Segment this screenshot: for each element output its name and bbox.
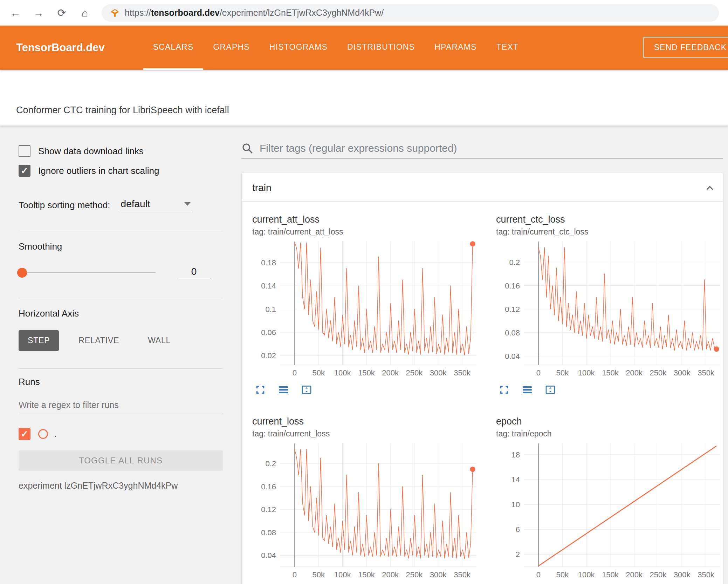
axis-relative-button[interactable]: RELATIVE xyxy=(69,330,128,351)
chart-toolbar xyxy=(252,383,483,396)
svg-text:18: 18 xyxy=(511,450,520,459)
svg-text:0.18: 0.18 xyxy=(261,258,276,267)
svg-text:250k: 250k xyxy=(650,368,667,377)
svg-text:0.08: 0.08 xyxy=(505,328,520,337)
back-icon[interactable]: ← xyxy=(9,7,22,19)
svg-text:350k: 350k xyxy=(698,570,715,579)
smoothing-label: Smoothing xyxy=(19,241,223,252)
svg-text:200k: 200k xyxy=(626,570,643,579)
tab-graphs[interactable]: GRAPHS xyxy=(203,26,259,70)
expand-chart-icon[interactable] xyxy=(254,383,267,396)
divider xyxy=(19,299,223,299)
svg-text:200k: 200k xyxy=(382,570,399,579)
chart-title: current_loss xyxy=(252,416,483,427)
run-row: ✓ . xyxy=(19,428,223,440)
svg-text:100k: 100k xyxy=(334,368,351,377)
svg-text:0: 0 xyxy=(536,570,541,579)
svg-text:0.1: 0.1 xyxy=(265,305,276,314)
show-download-links-row: ✓ Show data download links xyxy=(19,145,223,157)
charts-grid: current_att_loss tag: train/current_att_… xyxy=(242,202,723,584)
chart-tag: tag: train/current_loss xyxy=(252,429,483,439)
smoothing-slider[interactable] xyxy=(19,272,156,273)
svg-text:0.08: 0.08 xyxy=(261,528,276,537)
svg-text:150k: 150k xyxy=(602,570,619,579)
runs-filter-input[interactable] xyxy=(19,400,223,414)
send-feedback-button[interactable]: SEND FEEDBACK xyxy=(643,37,728,58)
line-chart[interactable]: 050k100k150k200k250k300k350k0.040.080.12… xyxy=(252,441,481,581)
view-data-icon[interactable] xyxy=(521,383,534,396)
view-data-icon[interactable] xyxy=(277,383,290,396)
show-download-links-checkbox[interactable]: ✓ xyxy=(19,145,30,157)
fit-domain-icon[interactable] xyxy=(544,383,557,396)
tab-histograms[interactable]: HISTOGRAMS xyxy=(260,26,337,70)
chart-tag: tag: train/current_ctc_loss xyxy=(496,227,727,237)
tooltip-sort-row: Tooltip sorting method: default xyxy=(19,198,223,212)
home-icon[interactable]: ⌂ xyxy=(78,7,91,19)
svg-text:10: 10 xyxy=(511,500,520,509)
runs-label: Runs xyxy=(19,376,223,387)
chevron-down-icon xyxy=(184,202,191,206)
line-chart[interactable]: 050k100k150k200k250k300k350k26101418 xyxy=(496,441,724,581)
svg-text:50k: 50k xyxy=(556,570,569,579)
svg-text:250k: 250k xyxy=(406,570,423,579)
forward-icon[interactable]: → xyxy=(32,7,45,19)
chart-title: current_ctc_loss xyxy=(496,214,727,225)
ignore-outliers-checkbox[interactable]: ✓ xyxy=(19,165,30,177)
axis-step-button[interactable]: STEP xyxy=(19,330,59,351)
horizontal-axis-buttons: STEP RELATIVE WALL xyxy=(19,330,223,351)
tensorboard-favicon xyxy=(110,8,120,18)
svg-text:150k: 150k xyxy=(358,368,375,377)
train-group-header[interactable]: train xyxy=(242,173,723,202)
chevron-up-icon[interactable] xyxy=(705,183,715,193)
line-chart[interactable]: 050k100k150k200k250k300k350k0.040.080.12… xyxy=(496,239,724,379)
svg-text:300k: 300k xyxy=(674,368,691,377)
svg-text:0.2: 0.2 xyxy=(265,459,276,468)
svg-text:0.16: 0.16 xyxy=(505,281,520,290)
toggle-all-runs-button[interactable]: TOGGLE ALL RUNS xyxy=(19,450,223,471)
svg-text:0: 0 xyxy=(536,368,541,377)
svg-text:6: 6 xyxy=(516,525,520,534)
svg-text:0.2: 0.2 xyxy=(509,258,520,267)
run-name: . xyxy=(54,429,57,439)
svg-text:50k: 50k xyxy=(313,570,325,579)
chart-tag: tag: train/current_att_loss xyxy=(252,227,483,237)
svg-text:0.14: 0.14 xyxy=(261,281,276,290)
tab-text[interactable]: TEXT xyxy=(487,26,529,70)
smoothing-slider-row xyxy=(19,266,223,279)
tooltip-sort-select[interactable]: default xyxy=(119,198,191,212)
app-header: TensorBoard.dev SCALARS GRAPHS HISTOGRAM… xyxy=(0,26,728,70)
svg-text:250k: 250k xyxy=(650,570,667,579)
horizontal-axis-label: Horizontal Axis xyxy=(19,308,223,319)
svg-text:50k: 50k xyxy=(556,368,569,377)
smoothing-slider-knob[interactable] xyxy=(17,268,27,278)
experiment-title-bar: Conformer CTC training for LibriSpeech w… xyxy=(0,70,728,125)
expand-chart-icon[interactable] xyxy=(497,383,511,396)
run-checkbox[interactable]: ✓ xyxy=(19,428,30,440)
svg-text:0.04: 0.04 xyxy=(261,551,276,560)
axis-wall-button[interactable]: WALL xyxy=(139,330,180,351)
svg-text:50k: 50k xyxy=(313,368,325,377)
smoothing-value-field[interactable] xyxy=(177,266,211,279)
tab-distributions[interactable]: DISTRIBUTIONS xyxy=(337,26,425,70)
group-name: train xyxy=(252,182,271,193)
svg-text:14: 14 xyxy=(511,475,520,484)
svg-text:0: 0 xyxy=(293,570,297,579)
chart-title: current_att_loss xyxy=(252,214,483,225)
ignore-outliers-row: ✓ Ignore outliers in chart scaling xyxy=(19,165,223,177)
search-icon xyxy=(241,142,253,154)
show-download-links-label: Show data download links xyxy=(38,146,144,157)
filter-tags-input[interactable] xyxy=(260,142,723,154)
run-color-swatch[interactable] xyxy=(38,429,48,439)
svg-text:250k: 250k xyxy=(406,368,423,377)
reload-icon[interactable]: ⟳ xyxy=(55,7,68,19)
svg-text:300k: 300k xyxy=(430,368,447,377)
tab-hparams[interactable]: HPARAMS xyxy=(425,26,486,70)
tooltip-sort-label: Tooltip sorting method: xyxy=(19,200,110,212)
url-bar[interactable]: https://tensorboard.dev/experiment/lzGnE… xyxy=(102,4,719,22)
fit-domain-icon[interactable] xyxy=(300,383,313,396)
chart-card-current-ctc-loss: current_ctc_loss tag: train/current_ctc_… xyxy=(496,214,727,396)
train-group-card: train current_att_loss tag: train/curren… xyxy=(241,173,723,584)
tab-scalars[interactable]: SCALARS xyxy=(143,26,204,70)
line-chart[interactable]: 050k100k150k200k250k300k350k0.020.060.10… xyxy=(252,239,481,379)
chart-card-current-loss: current_loss tag: train/current_loss 050… xyxy=(252,416,483,584)
